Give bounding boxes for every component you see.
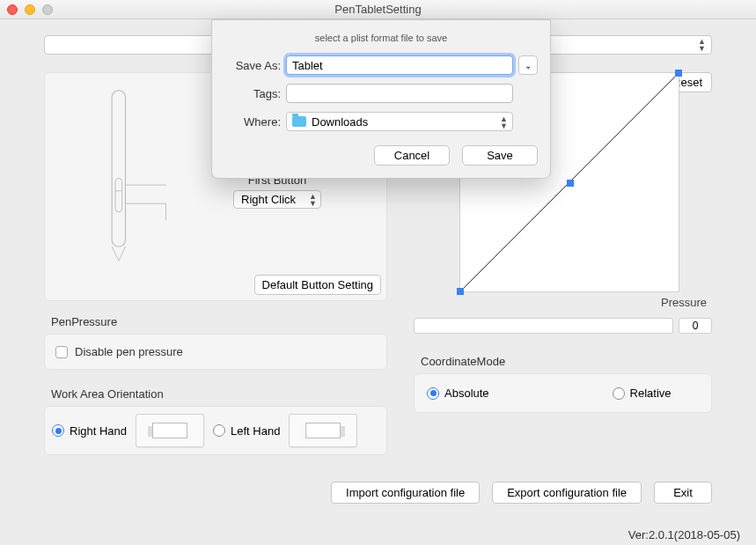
right-hand-label: Right Hand [70,424,127,438]
curve-handle[interactable] [457,288,464,295]
chevron-down-icon: ⌄ [525,61,532,70]
checkbox-icon[interactable] [55,346,68,358]
left-hand-thumb[interactable] [289,414,357,447]
cancel-button[interactable]: Cancel [374,145,450,166]
orientation-header: Work Area Orientation [51,387,387,401]
pressure-bar [414,318,673,334]
pen-pressure-header: PenPressure [51,315,387,328]
pressure-value: 0 [679,318,712,334]
chevron-updown-icon: ▲▼ [698,38,706,52]
radio-icon[interactable] [213,424,225,437]
first-button-select[interactable]: Right Click ▲▼ [233,190,321,209]
default-button-setting[interactable]: Default Button Setting [254,275,381,295]
dialog-subtitle: select a plist format file to save [224,33,538,43]
save-as-input[interactable] [286,55,513,75]
left-hand-radio[interactable]: Left Hand [213,424,280,438]
exit-button[interactable]: Exit [654,482,712,504]
coordinate-panel: Absolute Relative [414,373,712,413]
radio-icon[interactable] [52,424,64,437]
pen-diagram [54,85,177,288]
absolute-radio[interactable]: Absolute [427,387,489,400]
orientation-panel: Right Hand Left Hand [44,406,387,455]
where-value: Downloads [312,115,368,129]
save-button[interactable]: Save [462,145,538,166]
save-dialog: select a plist format file to save Save … [211,19,551,179]
chevron-updown-icon: ▲▼ [309,193,317,207]
relative-label: Relative [630,387,672,400]
where-select[interactable]: Downloads ▲▼ [286,112,513,131]
left-hand-label: Left Hand [231,424,280,438]
relative-radio[interactable]: Relative [613,387,672,400]
first-button-value: Right Click [241,193,296,206]
disable-pen-pressure[interactable]: Disable pen pressure [55,345,376,358]
expand-dialog-button[interactable]: ⌄ [518,55,538,75]
tags-input[interactable] [286,84,513,103]
window-title: PenTabletSetting [0,3,756,16]
disable-pen-pressure-label: Disable pen pressure [75,345,183,358]
coordinate-header: CoordinateMode [421,355,712,368]
export-config-button[interactable]: Export configuration file [492,482,642,504]
version-label: Ver:2.0.1(2018-05-05) [628,528,740,541]
curve-handle[interactable] [567,180,574,187]
radio-icon[interactable] [613,387,625,400]
save-as-label: Save As: [224,59,281,72]
right-hand-thumb[interactable] [136,414,204,447]
svg-rect-0 [112,91,125,247]
chevron-updown-icon: ▲▼ [500,115,508,129]
pen-pressure-panel: Disable pen pressure [44,334,387,370]
radio-icon[interactable] [427,387,439,400]
absolute-label: Absolute [444,387,489,400]
folder-icon [292,116,306,127]
right-hand-radio[interactable]: Right Hand [52,424,127,438]
svg-rect-1 [115,178,122,211]
titlebar: PenTabletSetting [0,0,756,19]
curve-handle[interactable] [675,70,682,77]
tags-label: Tags: [224,87,281,100]
pressure-axis-label: Pressure [414,296,707,309]
where-label: Where: [224,115,281,129]
import-config-button[interactable]: Import configuration file [331,482,480,504]
